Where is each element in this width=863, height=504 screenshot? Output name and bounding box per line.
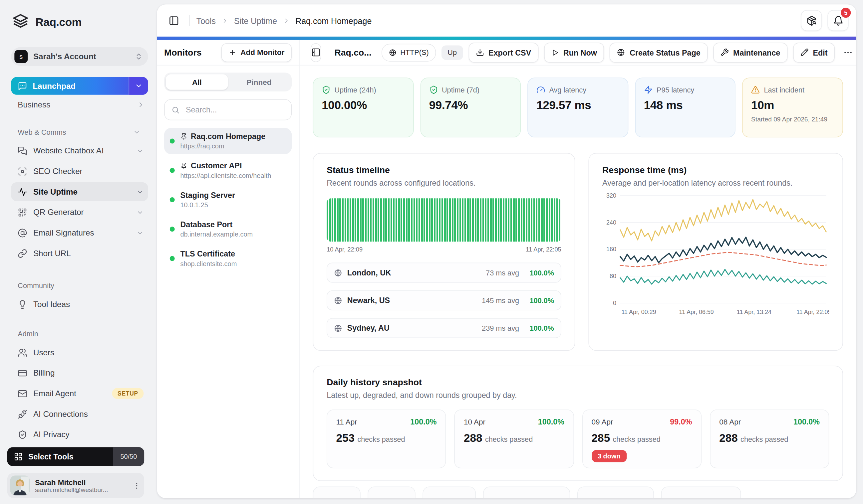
sidebar-item-ai-connections[interactable]: AI Connections <box>11 404 148 424</box>
item-label: Email Signatures <box>33 228 130 237</box>
svg-text:0: 0 <box>613 300 616 306</box>
item-label: QR Generator <box>33 208 130 217</box>
search-input[interactable] <box>185 105 287 115</box>
monitor-name: Database Port <box>180 220 233 229</box>
chat-icon <box>18 146 27 155</box>
sidebar-item-email-signatures[interactable]: Email Signatures <box>11 223 148 242</box>
notifications-button[interactable]: 5 <box>827 10 848 31</box>
clipped-card[interactable] <box>367 487 415 498</box>
svg-text:320: 320 <box>606 192 616 199</box>
location-row: Sydney, AU 239 ms avg 100.0% <box>327 318 561 338</box>
monitor-type-label: HTTP(S) <box>400 48 428 56</box>
monitor-item[interactable]: Raq.com Homepage https://raq.com <box>164 128 292 154</box>
sidebar-item-tool-ideas[interactable]: Tool Ideas <box>11 295 148 314</box>
select-tools-button[interactable]: Select Tools 50/50 <box>7 447 144 466</box>
sidebar-item-site-uptime[interactable]: Site Uptime <box>11 182 148 201</box>
monitor-type-pill[interactable]: HTTP(S) <box>382 43 436 61</box>
item-label: AI Privacy <box>33 430 143 439</box>
sidebar-item-business[interactable]: Business <box>11 96 148 113</box>
sidebar-item-seo-checker[interactable]: SEO Checker <box>11 162 148 181</box>
clipped-card[interactable] <box>483 487 570 498</box>
monitor-item[interactable]: Database Port db.internal.example.com <box>164 216 292 242</box>
stat-p95-latency: P95 latency 148 ms <box>635 78 736 138</box>
breadcrumb-site-uptime[interactable]: Site Uptime <box>234 16 277 25</box>
launchpad-button[interactable]: Launchpad <box>11 77 148 95</box>
location-avg: 145 ms avg <box>482 296 519 305</box>
maintenance-button[interactable]: Maintenance <box>713 42 787 62</box>
tab-all[interactable]: All <box>166 74 228 90</box>
day-card: 08 Apr100.0% 288checks passed <box>710 410 829 468</box>
tab-pinned[interactable]: Pinned <box>228 74 290 90</box>
clipped-card[interactable] <box>661 487 741 498</box>
monitor-name: Raq.com Homepage <box>191 132 265 141</box>
card-title: Status timeline <box>327 165 561 175</box>
gauge-icon <box>536 86 545 94</box>
stat-value: 99.74% <box>429 99 512 112</box>
more-vertical-icon[interactable] <box>133 481 141 490</box>
monitor-search[interactable] <box>164 99 292 120</box>
monitor-name: Customer API <box>191 161 242 170</box>
day-checks: 288 <box>464 432 483 444</box>
monitor-detail: Raq.co... HTTP(S) Up Export CSV Ru <box>300 40 856 498</box>
grid-icon <box>14 452 23 461</box>
export-csv-label: Export CSV <box>488 48 531 57</box>
pencil-icon <box>800 48 809 56</box>
breadcrumb-tools[interactable]: Tools <box>197 16 216 25</box>
clipped-card[interactable] <box>423 487 476 498</box>
detail-content: Uptime (24h) 100.00% Uptime (7d) 99.74% <box>300 66 856 498</box>
sidebar-item-short-url[interactable]: Short URL <box>11 244 148 263</box>
credit-card-icon <box>18 368 27 378</box>
sidebar-item-billing[interactable]: Billing <box>11 364 148 383</box>
launchpad-label: Launchpad <box>33 81 76 90</box>
svg-text:11 Apr, 00:29: 11 Apr, 00:29 <box>621 309 656 315</box>
brand-name: Raq.com <box>36 16 82 28</box>
location-uptime: 100.0% <box>530 296 554 305</box>
chevron-down-icon <box>137 209 144 216</box>
clipped-card[interactable] <box>313 487 361 498</box>
sidebar-item-email-agent[interactable]: Email Agent SETUP <box>11 384 148 403</box>
breadcrumb-current: Raq.com Homepage <box>295 16 372 25</box>
status-up-dot <box>170 256 175 261</box>
user-menu[interactable]: Sarah Mitchell sarah.mitchell@westbur... <box>7 473 144 498</box>
mail-icon <box>18 389 27 398</box>
sidebar-item-users[interactable]: Users <box>11 343 148 362</box>
wrench-icon <box>721 48 729 56</box>
item-label: Short URL <box>33 249 143 258</box>
create-status-page-button[interactable]: Create Status Page <box>610 42 708 62</box>
monitor-item[interactable]: TLS Certificate shop.clientsite.com <box>164 246 292 271</box>
sidebar-item-ai-privacy[interactable]: AI Privacy <box>11 425 148 444</box>
monitor-item[interactable]: Staging Server 10.0.1.25 <box>164 186 292 212</box>
card-title: Response time (ms) <box>602 165 829 175</box>
lightbulb-icon <box>18 299 27 309</box>
tools-count-badge: 50/50 <box>113 447 144 466</box>
collapse-panel-button[interactable] <box>311 43 321 62</box>
status-timeline-strip <box>327 198 561 242</box>
svg-text:11 Apr, 13:24: 11 Apr, 13:24 <box>737 309 772 315</box>
clipped-card[interactable] <box>577 487 654 498</box>
item-label: Tool Ideas <box>33 300 143 309</box>
add-monitor-button[interactable]: Add Monitor <box>221 43 292 62</box>
launchpad-expand-button[interactable] <box>128 77 148 95</box>
monitor-url: 10.0.1.25 <box>180 201 235 209</box>
export-csv-button[interactable]: Export CSV <box>468 42 538 62</box>
sidebar-toggle-button[interactable] <box>165 12 183 29</box>
run-now-label: Run Now <box>563 48 597 57</box>
account-switcher[interactable]: s Sarah's Account <box>11 47 148 66</box>
globe-icon <box>334 296 342 305</box>
sidebar-item-qr-generator[interactable]: QR Generator <box>11 203 148 222</box>
sidebar-item-website-chatbox-ai[interactable]: Website Chatbox AI <box>11 141 148 160</box>
day-date: 11 Apr <box>336 417 410 426</box>
chevron-down-icon[interactable] <box>133 128 140 136</box>
run-now-button[interactable]: Run Now <box>544 42 604 62</box>
day-uptime: 100.0% <box>410 417 437 426</box>
more-actions-button[interactable] <box>840 43 856 61</box>
chevron-down-icon <box>137 147 144 154</box>
item-label: SEO Checker <box>33 167 143 176</box>
search-icon <box>172 105 180 114</box>
avatar <box>10 475 30 495</box>
globe-icon <box>334 324 342 332</box>
package-search-button[interactable] <box>801 10 822 31</box>
clipped-row <box>313 487 843 498</box>
edit-button[interactable]: Edit <box>793 42 835 62</box>
monitor-item[interactable]: Customer API https://api.clientsite.com/… <box>164 157 292 183</box>
